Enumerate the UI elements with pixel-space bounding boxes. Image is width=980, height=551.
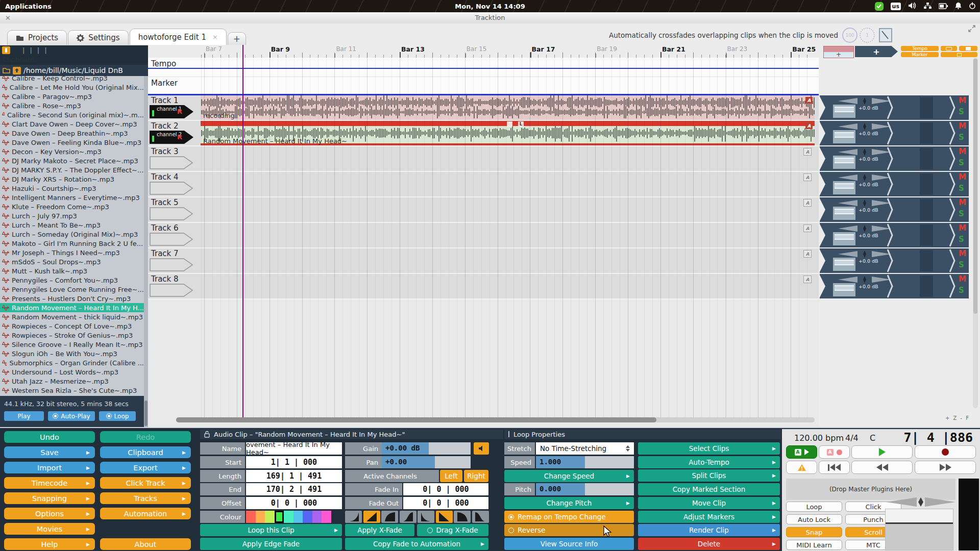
solo-button[interactable]: S <box>959 260 964 269</box>
battery-icon[interactable] <box>939 2 948 11</box>
list-item[interactable]: Undersound – Lost Words~.mp3 <box>0 367 144 377</box>
solo-button[interactable]: S <box>959 107 964 116</box>
fullscreen-icon[interactable] <box>968 24 976 35</box>
list-item[interactable]: Calibre – Paragov~.mp3 <box>0 92 144 101</box>
click-track-button[interactable]: Click Track▶ <box>100 477 191 489</box>
change-pitch-button[interactable]: Change Pitch▶ <box>504 497 634 509</box>
list-item[interactable]: Clart Dave Owen – Deep Cover~.mp3 <box>0 119 144 129</box>
auto-play-transport-button[interactable]: A <box>786 445 817 459</box>
folder-icon[interactable] <box>2 67 10 74</box>
automation-badge[interactable]: A <box>803 276 812 283</box>
file-list-scrollbar[interactable] <box>144 76 148 427</box>
undo-button[interactable]: Undo <box>4 431 95 443</box>
clipboard-button[interactable]: Clipboard▶ <box>100 446 191 458</box>
input-badge-empty[interactable] <box>150 233 193 246</box>
audio-clip-recording[interactable]: recordingA <box>201 95 815 120</box>
list-item[interactable]: DJ Marky Makoto – Secret Place~.mp3 <box>0 156 144 165</box>
position-readout[interactable]: 7| 4 |886 <box>904 430 973 445</box>
copy-fade-to-automation-button[interactable]: Copy Fade to Automation▶ <box>345 538 488 550</box>
colour-swatch[interactable] <box>284 511 293 523</box>
mixer-strip[interactable]: +0.0 dBMS <box>820 248 969 273</box>
fade-out-shape-5[interactable] <box>436 511 453 523</box>
fast-forward-button[interactable] <box>915 461 976 474</box>
remap-on-tempo-change-toggle[interactable]: Remap on Tempo Change <box>504 511 634 523</box>
clip-offset-field[interactable]: 0| 0 | 000 <box>246 497 342 509</box>
scrollbar-thumb[interactable] <box>176 417 656 422</box>
record-button[interactable] <box>915 445 976 459</box>
auto-lock-toggle[interactable]: Auto Lock <box>786 514 842 524</box>
plugin-slot[interactable] <box>920 250 933 271</box>
auto-tempo-button[interactable]: Auto-Tempo▶ <box>638 456 780 468</box>
solo-button[interactable]: S <box>959 286 964 295</box>
folder-up-icon[interactable] <box>13 67 21 74</box>
list-item[interactable]: Calibre – Rose~.mp3 <box>0 101 144 110</box>
tempo-curve-line[interactable] <box>148 68 819 69</box>
master-plugins-drop-area[interactable]: (Drop Master Plugins Here) <box>786 479 955 500</box>
list-item[interactable]: Random Movement – thick liquid~.mp3 <box>0 312 144 321</box>
pitch-slider[interactable]: 0.000 <box>536 483 634 495</box>
time-signature-readout[interactable]: 4/4 <box>845 433 859 443</box>
split-clips-button[interactable]: Split Clips▶ <box>638 469 780 482</box>
mute-button[interactable]: M <box>959 249 966 258</box>
plugin-slot[interactable] <box>920 122 933 144</box>
fade-in-shape-1[interactable] <box>363 511 380 523</box>
clip-start-field[interactable]: 1| 1 | 000 <box>246 456 342 468</box>
list-item[interactable]: Hazuki – Courtship~.mp3 <box>0 184 144 193</box>
power-icon[interactable] <box>969 2 976 11</box>
list-item[interactable]: Klute – Freedom Come~.mp3 <box>0 202 144 211</box>
lane-option-icon[interactable] <box>959 46 977 51</box>
scrollbar-thumb[interactable] <box>144 400 148 426</box>
mute-button[interactable]: M <box>959 223 966 233</box>
fade-out-field[interactable]: 0| 0 | 000 <box>403 497 488 509</box>
list-item[interactable]: Calibre – Keep Control~.mp3 <box>0 76 144 83</box>
apply-edge-fade-button[interactable]: Apply Edge Fade <box>200 538 342 550</box>
list-item[interactable]: Makoto – Girl I'm Running Back 2 U fe... <box>0 239 144 248</box>
list-item[interactable]: Lurch – Someday (Original Mix)~.mp3 <box>0 230 144 239</box>
fade-out-shape-6[interactable] <box>454 511 471 523</box>
track-input-badge-empty[interactable] <box>150 233 193 246</box>
mixer-strip[interactable]: +0.0 dBMS <box>820 172 969 196</box>
fade-in-shape-3[interactable] <box>400 511 416 523</box>
colour-swatch[interactable] <box>246 511 256 523</box>
view-source-info-button[interactable]: View Source Info <box>504 538 634 550</box>
track-row[interactable]: Track 3A <box>148 146 819 172</box>
track-input-badge[interactable]: channel 1R <box>150 105 193 118</box>
track-row[interactable]: Track 2channel 2RLRandom Movement – Hear… <box>148 121 819 146</box>
safe-record-icon[interactable] <box>879 28 892 42</box>
change-speed-button[interactable]: Change Speed▶ <box>504 470 634 482</box>
save-button[interactable]: Save▶ <box>4 446 95 458</box>
tracks-button[interactable]: Tracks▶ <box>100 492 191 504</box>
list-item[interactable]: Lurch – Meant To Be~.mp3 <box>0 220 144 230</box>
play-button[interactable] <box>851 445 913 459</box>
plugin-slot[interactable] <box>920 224 933 246</box>
select-clips-button[interactable]: Select Clips▶ <box>638 442 780 455</box>
list-item[interactable]: Calibre – Let Me Hold You (Original Mix.… <box>0 83 144 92</box>
midi-learn-toggle[interactable]: MIDI Learn <box>786 540 842 550</box>
lane-option-icon[interactable] <box>941 52 977 57</box>
keyboard-layout-indicator[interactable]: us <box>891 3 901 10</box>
key-readout[interactable]: C <box>870 433 875 443</box>
track-input-badge-empty[interactable] <box>150 156 193 169</box>
notifications-bell-icon[interactable] <box>955 2 962 11</box>
auto-play-toggle[interactable]: Auto-Play <box>48 411 95 421</box>
track-input-badge-empty[interactable] <box>150 284 193 297</box>
lane-option-icon[interactable] <box>941 46 957 51</box>
fade-in-shape-2[interactable] <box>381 511 398 523</box>
volume-fader[interactable] <box>833 258 855 271</box>
input-badge-empty[interactable] <box>150 284 193 297</box>
add-track-button[interactable]: + <box>855 46 898 57</box>
list-item[interactable]: Intelligent Manners – Everytime~.mp3 <box>0 193 144 202</box>
network-icon[interactable] <box>924 2 932 11</box>
move-clip-button[interactable]: Move Clip▶ <box>638 497 780 509</box>
track-row[interactable]: Track 7A <box>148 248 819 274</box>
list-item[interactable]: Decon – Key Version~.mp3 <box>0 147 144 156</box>
track-row[interactable]: Track 1channel 1RrecordingA <box>148 95 819 121</box>
tab-settings[interactable]: Settings <box>68 30 129 45</box>
colour-swatch[interactable] <box>312 511 322 523</box>
plugin-slot[interactable] <box>920 199 933 220</box>
volume-fader[interactable] <box>833 207 855 220</box>
volume-fader[interactable] <box>833 156 855 169</box>
export-button[interactable]: Export▶ <box>100 462 191 473</box>
track-input-badge-empty[interactable] <box>150 182 193 195</box>
timecode-button[interactable]: Timecode▶ <box>4 477 95 489</box>
